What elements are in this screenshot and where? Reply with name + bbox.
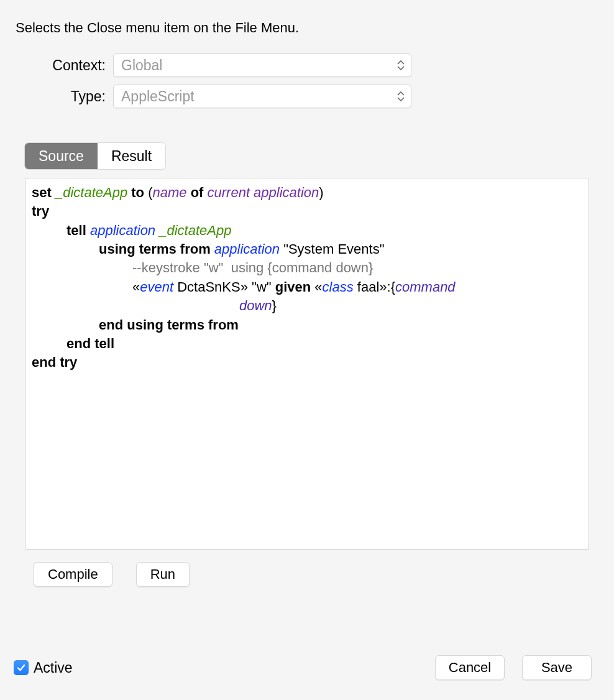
context-row: Context: Global bbox=[12, 53, 602, 77]
cancel-button[interactable]: Cancel bbox=[435, 655, 505, 680]
kw-application-2: application bbox=[214, 241, 280, 257]
tab-result[interactable]: Result bbox=[98, 143, 165, 169]
checkmark-icon bbox=[14, 660, 29, 675]
type-label: Type: bbox=[12, 88, 113, 105]
raw-class-code: faal bbox=[357, 279, 379, 295]
kw-end-using: end using terms from bbox=[99, 317, 239, 333]
comment-line: --keystroke "w" using {command down} bbox=[132, 260, 373, 275]
kw-of: of bbox=[191, 185, 204, 200]
script-editor[interactable]: set _dictateApp to (name of current appl… bbox=[25, 178, 589, 550]
context-select[interactable]: Global bbox=[113, 53, 411, 77]
guillemet-close-2: » bbox=[379, 279, 387, 295]
kw-set: set bbox=[32, 185, 52, 200]
compile-button[interactable]: Compile bbox=[34, 562, 112, 587]
stepper-icon bbox=[397, 91, 405, 101]
var-dictateapp: _dictateApp bbox=[55, 185, 127, 200]
type-select[interactable]: AppleScript bbox=[113, 85, 411, 108]
context-value: Global bbox=[121, 57, 162, 74]
colon-brace: :{ bbox=[387, 279, 395, 295]
kw-event: event bbox=[140, 279, 173, 295]
kw-name: name bbox=[152, 185, 186, 200]
str-w: "w" bbox=[252, 279, 272, 295]
context-label: Context: bbox=[12, 57, 113, 74]
command-down-wrap: down bbox=[239, 298, 272, 313]
kw-using-terms-from: using terms from bbox=[99, 241, 211, 257]
str-system-events: "System Events" bbox=[283, 241, 384, 257]
kw-application: application bbox=[90, 223, 155, 238]
kw-tell: tell bbox=[66, 223, 86, 238]
type-row: Type: AppleScript bbox=[12, 85, 602, 108]
kw-try: try bbox=[32, 203, 49, 219]
kw-class: class bbox=[323, 279, 354, 295]
var-dictateapp-2: _dictateApp bbox=[159, 223, 231, 238]
save-button[interactable]: Save bbox=[522, 655, 592, 680]
kw-end-try: end try bbox=[32, 354, 77, 370]
guillemet-open-2: « bbox=[314, 279, 322, 295]
raw-event-code: DctaSnKS bbox=[177, 279, 241, 295]
stepper-icon bbox=[397, 60, 405, 70]
active-label: Active bbox=[34, 660, 73, 676]
form-area: Context: Global Type: AppleScript bbox=[12, 53, 602, 108]
script-action-buttons: Compile Run bbox=[34, 562, 589, 587]
footer-bar: Active Cancel Save bbox=[14, 655, 592, 680]
active-checkbox-group[interactable]: Active bbox=[14, 660, 73, 676]
brace-close: } bbox=[272, 298, 277, 313]
kw-to: to bbox=[131, 185, 144, 200]
tab-source[interactable]: Source bbox=[25, 143, 98, 169]
guillemet-open: « bbox=[132, 279, 140, 295]
run-button[interactable]: Run bbox=[136, 562, 190, 587]
type-value: AppleScript bbox=[121, 88, 195, 105]
kw-end-tell: end tell bbox=[66, 336, 114, 351]
description-text: Selects the Close menu item on the File … bbox=[12, 20, 602, 36]
kw-given: given bbox=[275, 279, 311, 295]
guillemet-close: » bbox=[241, 279, 248, 295]
tab-bar: Source Result bbox=[25, 143, 602, 169]
command-down: command bbox=[395, 279, 456, 295]
current-application: current application bbox=[208, 185, 319, 200]
